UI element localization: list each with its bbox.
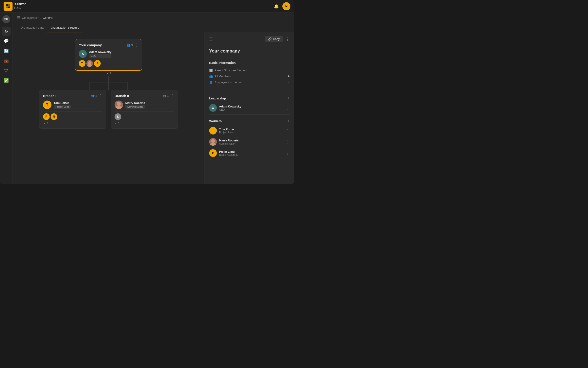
workers-section: Workers + T Tom Porter Project Lead bbox=[209, 116, 289, 159]
branch-ii-title: Branch II bbox=[115, 94, 129, 98]
branch-ii-card[interactable]: Branch II 👥 1 ⋮ bbox=[111, 90, 178, 129]
logo-text: SAFETY HAB bbox=[14, 3, 26, 9]
sidebar-item-shield[interactable]: 🛡 bbox=[2, 66, 11, 75]
root-avatar-stack: T F bbox=[79, 60, 138, 67]
right-panel-dots[interactable]: ⋮ bbox=[286, 37, 289, 42]
branches-row: Branch I 👥 2 ⋮ T bbox=[39, 90, 178, 129]
leadership-member-adam: A Adam Kowalsky CEO ⋮ bbox=[209, 102, 289, 113]
sidebar-item-chat[interactable]: 💬 bbox=[2, 37, 11, 46]
branch-i-card[interactable]: Branch I 👥 2 ⋮ T bbox=[39, 90, 106, 129]
branch-ii-leader-info: Marry Roberts Administration bbox=[125, 101, 145, 109]
right-panel: ☰ 🔗 Copy ⋮ Your company Basic informatio… bbox=[204, 32, 294, 184]
branch-ii-leader-avatar bbox=[115, 101, 123, 109]
root-card-title: Your company bbox=[79, 43, 102, 47]
breadcrumb-current: General bbox=[43, 16, 53, 19]
user-avatar[interactable]: N bbox=[282, 2, 290, 10]
branch-ii-menu[interactable]: ⋮ bbox=[171, 94, 174, 98]
adam-role: CEO bbox=[219, 108, 241, 111]
marry-menu[interactable]: ⋮ bbox=[286, 140, 289, 144]
basic-info-title: Basic information bbox=[209, 61, 289, 64]
right-panel-body: Basic information 🏢 Parent Structure Ele… bbox=[205, 57, 294, 184]
parent-structure-row: 🏢 Parent Structure Element bbox=[209, 67, 289, 73]
basic-info-section: Basic information 🏢 Parent Structure Ele… bbox=[209, 57, 289, 89]
philip-role: Board Assistant bbox=[219, 153, 238, 156]
tabs-bar: Organization data Organization structure bbox=[12, 23, 294, 32]
all-members-row: 👥 All Members 9 bbox=[209, 73, 289, 79]
svg-rect-0 bbox=[6, 4, 8, 6]
root-avatar-m bbox=[86, 60, 93, 67]
org-tree: Your company 👥 9 ⋮ A bbox=[39, 39, 178, 129]
sidebar-logo[interactable]: SH bbox=[2, 15, 10, 23]
sub-header: ☰ Configuration / General bbox=[12, 12, 294, 23]
root-card-menu[interactable]: ⋮ bbox=[135, 43, 138, 47]
marry-role: Administration bbox=[219, 142, 239, 145]
main-layout: SH ⚙ 💬 🔄 💼 🛡 ✅ ☰ Configuration / General… bbox=[0, 12, 294, 184]
branch-ii-count: 👥 1 bbox=[163, 94, 169, 97]
org-chart-area: Your company 👥 9 ⋮ A bbox=[12, 32, 204, 184]
tom-role: Project Lead bbox=[219, 131, 234, 134]
employees-count: 4 bbox=[288, 81, 289, 84]
topbar: SAFETY HAB 🔔 N bbox=[0, 0, 294, 12]
svg-point-8 bbox=[211, 139, 215, 143]
branch-i-avatar-stack: P N bbox=[43, 113, 103, 120]
right-panel-actions: 🔗 Copy ⋮ bbox=[265, 36, 289, 42]
employees-row: 👤 Employees in the unit 4 bbox=[209, 79, 289, 85]
topbar-right: 🔔 N bbox=[274, 2, 290, 10]
branch-i-leader-avatar: T bbox=[43, 101, 51, 109]
marry-name: Marry Roberts bbox=[219, 139, 239, 142]
tab-organization-data[interactable]: Organization data bbox=[17, 23, 47, 32]
leadership-section-header: Leadership + bbox=[209, 93, 289, 102]
breadcrumb-config[interactable]: Configuration bbox=[22, 16, 39, 19]
link-icon: 🔗 bbox=[268, 37, 272, 41]
branch-i-count: 👥 2 bbox=[91, 94, 97, 97]
branch-i-menu[interactable]: ⋮ bbox=[99, 94, 103, 98]
philip-menu[interactable]: ⋮ bbox=[286, 151, 289, 155]
branch-i-avatar-n: N bbox=[51, 113, 57, 120]
right-panel-menu-icon[interactable]: ☰ bbox=[209, 37, 213, 42]
content-area: ☰ Configuration / General Organization d… bbox=[12, 12, 294, 184]
all-members-count: 9 bbox=[288, 75, 289, 78]
branch-ii-avatar-l: L bbox=[115, 113, 121, 120]
branch-i-leader-row: T Tom Porter Project Lead bbox=[43, 101, 103, 109]
logo-area: SAFETY HAB bbox=[4, 2, 26, 11]
leadership-add[interactable]: + bbox=[287, 96, 289, 101]
branch-ii-expand[interactable]: ▼ 1 bbox=[115, 120, 174, 125]
adam-avatar: A bbox=[209, 104, 217, 112]
branch-i-expand[interactable]: ▼ 2 bbox=[43, 120, 103, 125]
tom-avatar: T bbox=[209, 127, 217, 135]
menu-toggle[interactable]: ☰ bbox=[17, 16, 20, 20]
copy-button[interactable]: 🔗 Copy bbox=[265, 36, 283, 42]
root-avatar-f: F bbox=[94, 60, 101, 67]
workers-add[interactable]: + bbox=[287, 119, 289, 123]
tab-organization-structure[interactable]: Organization structure bbox=[47, 23, 83, 32]
adam-menu[interactable]: ⋮ bbox=[286, 106, 289, 110]
root-org-card[interactable]: Your company 👥 9 ⋮ A bbox=[75, 39, 142, 71]
sidebar-item-briefcase[interactable]: 💼 bbox=[2, 56, 11, 65]
svg-rect-1 bbox=[8, 4, 10, 6]
root-expand-badge[interactable]: ▲ 3 bbox=[106, 71, 111, 76]
svg-point-5 bbox=[87, 64, 92, 67]
branch-ii-avatar-stack: L bbox=[115, 113, 174, 120]
root-avatar-t: T bbox=[79, 60, 86, 67]
worker-tom: T Tom Porter Project Lead ⋮ bbox=[209, 125, 289, 136]
parent-icon: 🏢 bbox=[209, 69, 213, 72]
breadcrumb: Configuration / General bbox=[22, 16, 53, 19]
leadership-title: Leadership bbox=[209, 97, 226, 100]
sidebar-item-sync[interactable]: 🔄 bbox=[2, 46, 11, 55]
sidebar-item-settings[interactable]: ⚙ bbox=[2, 27, 11, 36]
svg-rect-3 bbox=[8, 7, 10, 8]
worker-marry: Marry Roberts Administration ⋮ bbox=[209, 136, 289, 147]
root-people-count: 👥 9 bbox=[127, 43, 133, 47]
root-leader-avatar: A bbox=[79, 50, 87, 58]
svg-point-6 bbox=[117, 102, 121, 106]
right-panel-title: Your company bbox=[205, 46, 294, 57]
svg-point-4 bbox=[88, 61, 91, 64]
tom-menu[interactable]: ⋮ bbox=[286, 129, 289, 133]
sidebar-item-check[interactable]: ✅ bbox=[2, 76, 11, 85]
breadcrumb-separator: / bbox=[40, 16, 41, 19]
branch-ii-leader-row: Marry Roberts Administration bbox=[115, 101, 174, 109]
notification-icon[interactable]: 🔔 bbox=[274, 4, 279, 9]
marry-avatar bbox=[209, 138, 217, 146]
svg-point-9 bbox=[210, 143, 216, 146]
leadership-section: Leadership + A Adam Kowalsky CEO bbox=[209, 93, 289, 113]
